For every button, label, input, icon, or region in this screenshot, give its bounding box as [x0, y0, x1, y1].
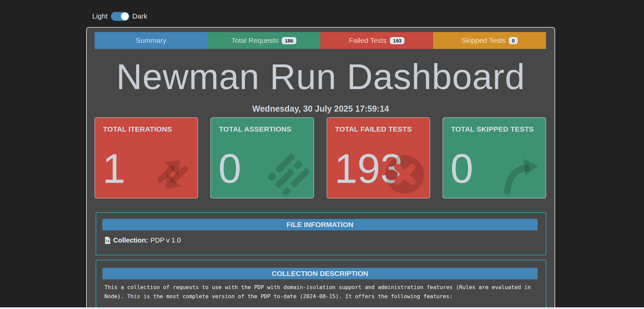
tab-bar: Summary Total Requests 186 Failed Tests … [95, 32, 546, 49]
stat-card-label: TOTAL ITERATIONS [103, 125, 172, 133]
tab-failed-tests[interactable]: Failed Tests 193 [320, 32, 433, 49]
collection-row: Collection: PDP v 1.0 [104, 236, 181, 244]
main-container: Summary Total Requests 186 Failed Tests … [86, 27, 555, 309]
tab-badge: 0 [509, 37, 518, 44]
tab-label: Summary [136, 36, 166, 45]
collection-description-panel: COLLECTION DESCRIPTION This a collection… [96, 260, 546, 309]
tab-label: Skipped Tests [462, 36, 505, 45]
stat-card-label: TOTAL ASSERTIONS [219, 125, 291, 133]
times-circle-icon [382, 151, 428, 197]
stat-cards-row: TOTAL ITERATIONS 1 TOTAL ASSERTIONS 0 [95, 117, 546, 198]
stat-card-total-iterations: TOTAL ITERATIONS 1 [95, 117, 198, 198]
tab-badge: 186 [282, 37, 296, 44]
page-title: Newman Run Dashboard [87, 59, 554, 94]
tab-label: Total Requests [231, 36, 278, 45]
tab-summary[interactable]: Summary [95, 32, 207, 49]
theme-toggle-switch[interactable] [111, 12, 129, 21]
toggle-knob [121, 12, 129, 20]
sync-arrows-icon [150, 151, 196, 197]
file-information-panel: FILE INFORMATION Collection: PDP v 1.0 [96, 212, 546, 255]
file-information-header: FILE INFORMATION [102, 219, 538, 230]
bottom-strip [0, 307, 644, 309]
light-label: Light [92, 12, 108, 20]
stat-card-total-failed-tests: TOTAL FAILED TESTS 193 [327, 117, 430, 198]
collection-value: PDP v 1.0 [150, 236, 181, 244]
stat-card-value: 0 [450, 148, 473, 189]
tab-skipped-tests[interactable]: Skipped Tests 0 [433, 32, 546, 49]
run-timestamp: Wednesday, 30 July 2025 17:59:14 [87, 104, 554, 114]
tab-total-requests[interactable]: Total Requests 186 [207, 32, 320, 49]
collection-description-header: COLLECTION DESCRIPTION [102, 268, 538, 279]
stat-card-label: TOTAL SKIPPED TESTS [451, 125, 534, 133]
stat-card-value: 0 [218, 148, 241, 189]
file-code-icon [104, 236, 111, 244]
theme-toggle: Light Dark [92, 11, 147, 21]
curved-arrow-icon [498, 151, 544, 197]
stat-card-total-assertions: TOTAL ASSERTIONS 0 [210, 117, 314, 198]
dark-label: Dark [132, 12, 147, 20]
diagonal-tasks-icon [266, 151, 312, 197]
tab-badge: 193 [390, 37, 404, 44]
page: Light Dark Summary Total Requests 186 Fa… [0, 0, 644, 309]
collection-label: Collection: [113, 236, 148, 244]
tab-label: Failed Tests [349, 36, 387, 45]
description-text: This a collection of requests to use wit… [104, 283, 538, 301]
stat-card-value: 1 [102, 148, 125, 189]
stat-card-label: TOTAL FAILED TESTS [335, 125, 412, 133]
stat-card-total-skipped-tests: TOTAL SKIPPED TESTS 0 [443, 117, 546, 198]
